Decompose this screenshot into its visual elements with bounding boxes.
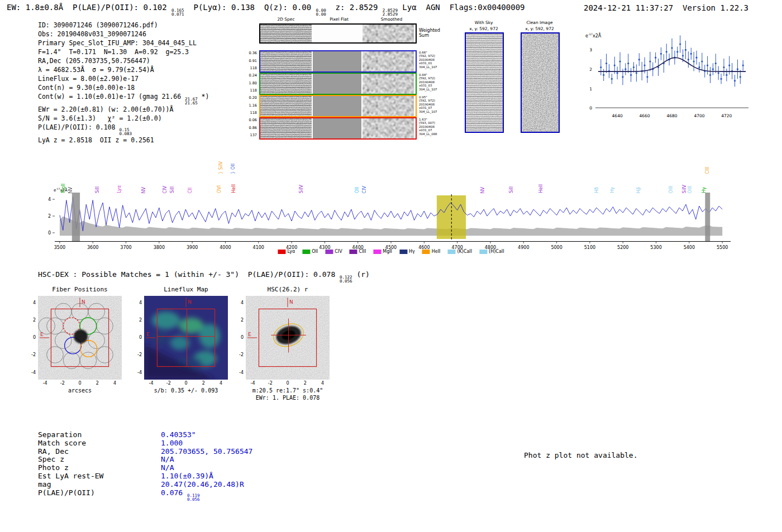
data-point	[693, 61, 695, 63]
x-tick-label: 5000	[551, 245, 562, 250]
match-table-row-3: Spec zN/A	[38, 456, 252, 464]
weighted-2dspec-stripes	[260, 25, 312, 42]
row3-weights: 0.060.86137	[244, 117, 258, 140]
legend-item-HeII: HeII	[422, 249, 441, 254]
cutout-title-lineflux-map: Lineflux Map	[144, 286, 228, 293]
clean-title: Clean Image	[518, 20, 561, 25]
data-point	[734, 80, 736, 82]
row0-smoothed-noise-rect	[363, 51, 414, 71]
north-label: N	[289, 299, 293, 305]
cutout2-ytick: 0	[233, 335, 244, 340]
hsc-r-cutout: NE	[246, 296, 330, 380]
row0-weight-2: 118	[250, 66, 257, 70]
legend-swatch	[479, 250, 487, 254]
info-line-10: S/N = 3.6(±1.3) χ² = 1.2(±0.0)	[38, 114, 209, 123]
row0-2dspec-stripes	[260, 51, 312, 71]
spec2d-row-3	[259, 117, 417, 140]
withsky-image	[465, 32, 504, 133]
emission-line-label-SiIV: SiIV	[682, 185, 687, 193]
x-tick-label: 3800	[154, 245, 165, 250]
cutout-title-hsc-r: HSC(26.2) r	[246, 286, 330, 293]
legend-swatch	[373, 250, 381, 254]
data-point	[698, 66, 700, 68]
y-tick-label: 2	[48, 214, 51, 219]
match-table-label: P(LAE)/P(OII)	[38, 489, 161, 501]
data-point	[614, 64, 616, 66]
emission-line-label-CIV: CIV	[163, 186, 168, 193]
info-line-12: LyA z = 2.8518 OII z = 0.2561	[38, 136, 209, 145]
cutout1-ytick: 0	[132, 335, 142, 340]
row2-weight-2: 118	[250, 111, 257, 115]
cutout1-ytick: 2	[132, 318, 142, 323]
cutout0-xtick: -2	[58, 381, 67, 386]
row2-smoothed	[363, 96, 414, 116]
emission-line-label-OII: OII	[355, 187, 360, 193]
data-point	[728, 64, 730, 66]
row1-meta-line4: 304_LL_107	[419, 88, 445, 91]
emission-line-label-CIV: CIV	[362, 186, 367, 193]
text-run: P(LAE)/P(OII): 0.108	[38, 123, 119, 131]
spectrum-legend: LyαOIICIVCIIIMgIIHγHeII(K)CaII(H)CaII	[278, 249, 504, 254]
text-run: N/A	[161, 455, 174, 463]
legend-label: (K)CaII	[457, 249, 472, 254]
data-point	[638, 59, 640, 60]
cutout2-ytick: -2	[233, 352, 244, 357]
emission-line-label-NV: NV	[141, 187, 146, 193]
match-table-value: 0.076 0.1190.056	[161, 489, 200, 501]
emission-line-label-Ly: Lyα	[117, 185, 122, 193]
weighted-sum-label: Weighted Sum	[419, 28, 440, 38]
cutout0-ytick: 4	[26, 300, 36, 305]
data-point	[737, 68, 738, 70]
catalog-match-table: Separation0.40353"Match score1.000RA, De…	[38, 431, 252, 501]
x-tick-label: 3600	[87, 245, 98, 250]
match-table-label: Separation	[38, 431, 161, 439]
info-line-5: λ = 4682.53Å σ = 9.79(±2.54)Å	[38, 65, 209, 74]
fit-errorbars	[600, 35, 744, 87]
x-tick-label: 4100	[253, 245, 264, 250]
row2-smoothed-noise	[363, 96, 414, 116]
cutout2-ytick: -4	[233, 370, 244, 375]
x-tick-label: 5100	[584, 245, 595, 250]
text-run: 0.076	[161, 488, 187, 497]
cutout0-ytick: -2	[26, 352, 36, 357]
match-table-row-0: Separation0.40353"	[38, 431, 252, 439]
data-point	[605, 63, 607, 64]
match-table-row-1: Match score1.000	[38, 439, 252, 448]
match-table-label: Photo z	[38, 464, 161, 472]
row1-pixelflat	[313, 74, 361, 94]
text-run: z: 2.8529	[326, 3, 383, 12]
text-run: 1.10(±0.39)Å	[161, 472, 213, 480]
text-run: Lyα AGN Flags:0x00400009	[398, 3, 525, 12]
x-tick-label: 4000	[220, 245, 231, 250]
row3-weight-1: 0.86	[249, 126, 257, 130]
header-stacked-uncertainty: 0.1650.071	[171, 8, 184, 16]
match-table-row-7: P(LAE)/P(OII)0.076 0.1190.056	[38, 489, 252, 501]
row1-weight-2: 118	[250, 89, 257, 93]
text-run: N/A	[161, 463, 174, 472]
clean-coords: x, y: 592, 972	[518, 26, 561, 31]
weighted-2dspec	[260, 25, 312, 42]
east-label: E	[248, 332, 251, 337]
detection-info-block: ID: 3090071246 (3090071246.pdf)Obs: 2019…	[38, 21, 209, 145]
cutout-title-fiber-positions: Fiber Positions	[38, 286, 122, 293]
cutout0-xtick: 0	[75, 381, 84, 386]
legend-swatch	[399, 250, 407, 254]
row3-2dspec-stripes	[260, 118, 312, 138]
info-line-9: EWr = 2.20(±0.81) (w: 2.00(±0.70))Å	[38, 105, 209, 114]
data-point	[726, 74, 727, 76]
match-table-label: Est LyA rest-EW	[38, 472, 161, 481]
withsky-title: With Sky	[464, 20, 504, 25]
flux-blob	[152, 311, 180, 329]
header-stacked-uncertainty: 0.000.00	[316, 8, 326, 16]
cutout2-xtick: 0	[283, 381, 292, 386]
data-point	[701, 61, 703, 63]
data-point	[712, 68, 714, 70]
east-label: E	[146, 332, 150, 337]
match-table-value: 1.10(±0.39)Å	[161, 472, 213, 481]
emission-line-label-NV: NV	[480, 187, 485, 193]
legend-label: HeII	[432, 249, 441, 254]
row3-weight-2: 137	[250, 133, 257, 137]
data-point	[723, 66, 724, 68]
row1-smoothed-noise-rect	[363, 74, 414, 94]
info-line-8: Cont(w) = 1.10(±0.01)e-17 (gmag 21.66 21…	[38, 92, 209, 105]
